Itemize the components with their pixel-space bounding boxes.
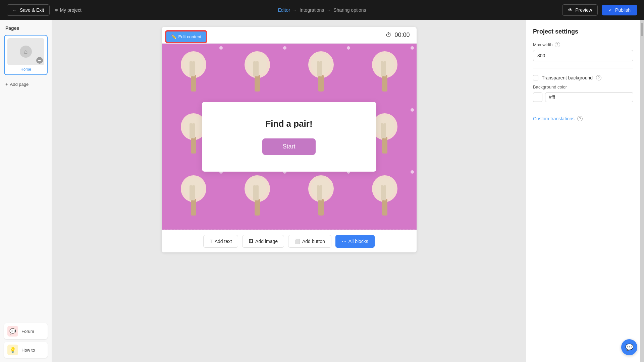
svg-rect-38 [256, 185, 259, 200]
popsicle-svg [177, 175, 210, 222]
edit-content-button[interactable]: ✏️ Edit content [166, 31, 207, 43]
pages-header: Pages [0, 20, 52, 35]
check-icon: ✓ [608, 7, 612, 13]
chat-icon: 💬 [625, 343, 634, 351]
timer-value: 00:00 [394, 32, 410, 39]
card-cell[interactable] [225, 44, 289, 106]
nav-steps: Editor → Integrations → Sharing options [278, 7, 366, 13]
svg-rect-34 [190, 185, 192, 200]
nav-arrow-2: → [327, 8, 331, 12]
svg-rect-36 [255, 199, 260, 216]
save-exit-button[interactable]: ← Save & Exit [7, 4, 50, 16]
timer-icon: ⏱ [386, 32, 392, 39]
svg-rect-44 [317, 185, 320, 200]
svg-rect-23 [192, 123, 195, 138]
svg-rect-14 [317, 61, 320, 76]
card-cell[interactable] [289, 168, 353, 230]
scroll-thumb[interactable] [641, 23, 643, 36]
color-preview-swatch[interactable] [533, 93, 542, 102]
card-cell[interactable] [162, 168, 225, 230]
scrollbar[interactable] [640, 20, 644, 362]
svg-rect-29 [381, 123, 383, 138]
nav-step-editor[interactable]: Editor [278, 7, 290, 13]
popsicle-svg [240, 175, 274, 222]
svg-rect-6 [255, 75, 260, 92]
translations-info-icon[interactable]: ? [577, 116, 583, 121]
custom-translations-row: Custom translations ? [533, 116, 633, 121]
card-cell[interactable] [225, 168, 289, 230]
max-width-input[interactable] [533, 50, 633, 61]
timer-display: ⏱ 00:00 [386, 32, 410, 39]
nav-step-sharing[interactable]: Sharing options [333, 7, 366, 13]
svg-rect-26 [382, 137, 387, 154]
color-hex-input[interactable] [545, 92, 633, 102]
page-label: Home [7, 67, 44, 72]
custom-translations-link[interactable]: Custom translations [533, 116, 575, 121]
max-width-setting: Max width ? [533, 42, 633, 61]
nav-arrow-1: → [293, 8, 297, 12]
svg-rect-13 [320, 61, 322, 76]
nav-step-integrations[interactable]: Integrations [300, 7, 324, 13]
image-icon: 🖼 [249, 239, 253, 244]
max-width-info-icon[interactable]: ? [555, 42, 560, 47]
pencil-icon: ✏️ [171, 34, 176, 39]
divider-1 [533, 68, 633, 68]
svg-rect-3 [192, 61, 195, 76]
divider-2 [533, 109, 633, 109]
add-text-button[interactable]: T Add text [203, 235, 238, 248]
transparent-bg-info-icon[interactable]: ? [596, 75, 601, 80]
bottom-toolbar: T Add text 🖼 Add image ⬜ Add button ⋯ Al… [162, 230, 417, 252]
card-cell[interactable] [353, 44, 417, 106]
svg-rect-1 [191, 75, 196, 92]
right-sidebar: Project settings Max width ? Transparent… [526, 20, 640, 362]
svg-rect-46 [382, 199, 387, 216]
svg-rect-11 [318, 75, 324, 92]
start-button[interactable]: Start [262, 138, 315, 155]
sidebar-item-how-to[interactable]: 💡 How to [4, 342, 48, 358]
game-editor: ✏️ Edit content Moves: 0 ⏱ 00:00 [162, 27, 417, 252]
svg-rect-4 [190, 61, 192, 76]
game-start-overlay: Find a pair! Start [202, 102, 376, 172]
transparent-bg-label: Transparent background [542, 75, 593, 80]
project-settings-title: Project settings [533, 28, 633, 35]
sidebar-item-forum[interactable]: 💬 Forum [4, 323, 48, 339]
eye-icon: 👁 [568, 7, 573, 13]
left-sidebar: Pages ⌂ ••• Home + Add page 💬 Forum 💡 Ho… [0, 20, 52, 362]
popsicle-svg [304, 51, 338, 98]
project-name: My project [55, 7, 82, 13]
plus-icon: + [5, 82, 8, 87]
button-icon: ⬜ [294, 239, 300, 244]
svg-rect-24 [190, 123, 192, 138]
chat-bubble-button[interactable]: 💬 [621, 339, 637, 355]
card-cell[interactable] [353, 168, 417, 230]
add-page-button[interactable]: + Add page [0, 78, 52, 91]
page-card-home[interactable]: ⌂ ••• Home [4, 35, 48, 75]
text-icon: T [210, 239, 213, 244]
home-icon: ⌂ [20, 46, 32, 58]
svg-rect-43 [320, 185, 322, 200]
transparent-bg-checkbox[interactable] [533, 75, 538, 80]
page-card-thumbnail: ⌂ ••• [7, 38, 44, 65]
content-area: ✏️ Edit content Moves: 0 ⏱ 00:00 [52, 20, 526, 362]
add-button-button[interactable]: ⬜ Add button [288, 235, 331, 248]
publish-button[interactable]: ✓ Publish [602, 5, 637, 15]
grid-icon: ⋯ [342, 239, 346, 244]
color-input-row [533, 92, 633, 102]
svg-rect-18 [383, 61, 386, 76]
top-navigation: ← Save & Exit My project Editor → Integr… [0, 0, 644, 20]
sidebar-bottom: 💬 Forum 💡 How to [0, 319, 52, 362]
svg-rect-8 [256, 61, 259, 76]
all-blocks-button[interactable]: ⋯ All blocks [335, 235, 375, 248]
popsicle-svg [304, 175, 338, 222]
preview-button[interactable]: 👁 Preview [562, 4, 598, 16]
max-width-label: Max width ? [533, 42, 633, 47]
forum-icon: 💬 [7, 326, 18, 337]
card-cell[interactable] [289, 44, 353, 106]
popsicle-svg [177, 51, 210, 98]
card-cell[interactable] [162, 44, 225, 106]
svg-rect-21 [191, 137, 196, 154]
add-image-button[interactable]: 🖼 Add image [242, 235, 284, 248]
page-more-button[interactable]: ••• [36, 57, 43, 64]
overlay-title: Find a pair! [229, 119, 350, 129]
main-layout: Pages ⌂ ••• Home + Add page 💬 Forum 💡 Ho… [0, 20, 644, 362]
